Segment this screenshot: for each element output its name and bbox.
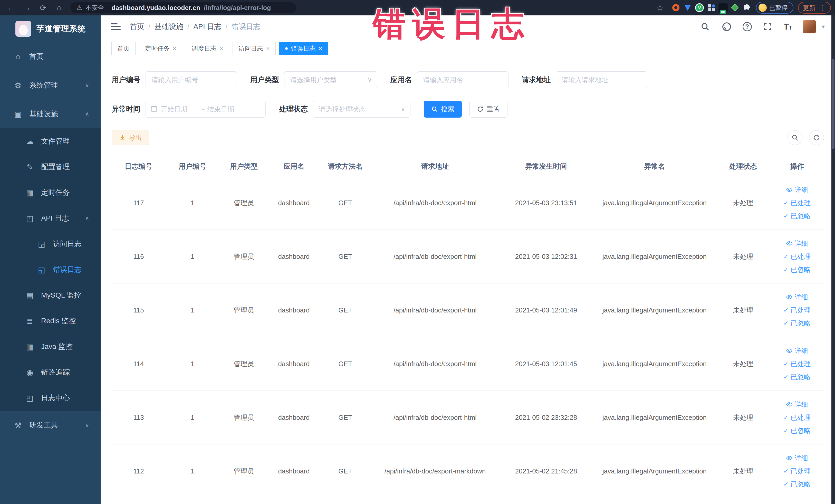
toggle-search-icon[interactable] (788, 130, 802, 145)
sidebar-item-系统管理[interactable]: ⚙系统管理∨ (0, 71, 101, 100)
font-size-icon[interactable]: TT (784, 22, 792, 32)
reset-button[interactable]: 重置 (469, 101, 507, 118)
address-bar[interactable]: ⚠ 不安全 dashboard.yudao.iocoder.cn /infra/… (70, 2, 296, 13)
action-ignored-link[interactable]: ✓已忽略 (783, 265, 811, 274)
close-icon[interactable]: × (220, 45, 223, 52)
user-id-label: 用户编号 (111, 75, 140, 85)
search-button[interactable]: 搜索 (424, 101, 462, 118)
sidebar-item-配置管理[interactable]: ✎配置管理 (0, 154, 101, 180)
fullscreen-icon[interactable] (762, 21, 773, 32)
page-scrollbar[interactable] (831, 15, 835, 504)
check-icon: ✓ (783, 306, 789, 314)
close-icon[interactable]: × (173, 45, 176, 52)
close-icon[interactable]: × (319, 45, 322, 52)
action-processed-link[interactable]: ✓已处理 (783, 360, 811, 368)
action-detail-link[interactable]: 详细 (786, 400, 808, 409)
action-processed-link[interactable]: ✓已处理 (783, 413, 811, 422)
chevron-up-icon: ∧ (85, 215, 89, 222)
start-date-input[interactable] (161, 105, 199, 113)
action-detail-link[interactable]: 详细 (786, 454, 808, 463)
chevron-down-icon[interactable]: ▾ (822, 23, 825, 30)
action-ignored-link[interactable]: ✓已忽略 (783, 372, 811, 382)
file-manage-icon: ☁ (24, 137, 36, 146)
sidebar-item-访问日志[interactable]: ◲访问日志 (0, 231, 101, 257)
sidebar-item-链路追踪[interactable]: ◉链路追踪 (0, 360, 101, 385)
app-logo (15, 21, 31, 37)
breadcrumb-item[interactable]: 首页 (130, 22, 144, 32)
end-date-input[interactable] (207, 105, 246, 113)
scrollbar-thumb[interactable] (832, 59, 834, 149)
user-id-input[interactable] (145, 72, 237, 88)
sidebar-item-label: 文件管理 (41, 136, 70, 146)
tab-首页[interactable]: 首页 (111, 42, 136, 55)
bookmark-star-icon[interactable]: ☆ (653, 2, 667, 13)
user-type-select[interactable] (284, 72, 377, 88)
tab-定时任务[interactable]: 定时任务× (139, 42, 182, 55)
action-ignored-link[interactable]: ✓已忽略 (783, 480, 811, 489)
sidebar-item-Redis-监控[interactable]: ≣Redis 监控 (0, 308, 101, 334)
extension-green-v-icon[interactable]: V (694, 3, 705, 13)
action-detail-link[interactable]: 详细 (786, 346, 808, 355)
extension-grid-icon[interactable] (706, 3, 716, 13)
sidebar-item-日志中心[interactable]: ◰日志中心 (0, 385, 101, 411)
extension-orange-icon[interactable] (671, 3, 681, 13)
date-range-picker[interactable]: - (145, 101, 266, 118)
breadcrumb-item[interactable]: 错误日志 (231, 22, 260, 32)
chrome-update-button[interactable]: 更新 ⋮ (798, 2, 831, 14)
sidebar-item-API-日志[interactable]: ◳API 日志∧ (0, 205, 101, 231)
action-detail-link[interactable]: 详细 (786, 293, 808, 302)
refresh-icon[interactable] (809, 130, 824, 145)
exception-name-cell: java.lang.IllegalArgumentException (593, 337, 716, 390)
tab-错误日志[interactable]: 错误日志× (279, 42, 328, 55)
calendar-icon (150, 105, 158, 113)
action-processed-link[interactable]: ✓已处理 (783, 252, 811, 261)
sidebar-item-Java-监控[interactable]: ▥Java 监控 (0, 334, 101, 360)
sidebar-item-首页[interactable]: ⌂首页 (0, 42, 101, 71)
extensions-puzzle-icon[interactable] (741, 3, 752, 13)
action-detail-link[interactable]: 详细 (786, 185, 808, 194)
sidebar-item-基础设施[interactable]: ▣基础设施∧ (0, 100, 101, 128)
avatar[interactable] (803, 20, 816, 33)
paused-pill[interactable]: 已暂停 (756, 2, 793, 14)
back-icon[interactable]: ← (4, 2, 19, 13)
process-status-label: 处理状态 (279, 104, 308, 114)
table-row: 1121管理员dashboardGET/api/infra/db-doc/exp… (111, 444, 824, 498)
help-icon[interactable]: ? (742, 22, 752, 31)
action-detail-link[interactable]: 详细 (786, 239, 808, 248)
tab-调度日志[interactable]: 调度日志× (186, 42, 229, 55)
sidebar-item-label: 访问日志 (53, 239, 82, 249)
home-icon[interactable]: ⌂ (52, 2, 66, 13)
sidebar-item-研发工具[interactable]: ⚒研发工具∨ (0, 411, 101, 440)
sidebar-item-MySQL-监控[interactable]: ▤MySQL 监控 (0, 282, 101, 308)
extension-shield-icon[interactable] (683, 3, 693, 13)
forward-icon[interactable]: → (20, 2, 34, 13)
action-processed-link[interactable]: ✓已处理 (783, 306, 811, 315)
tab-访问日志[interactable]: 访问日志× (232, 42, 276, 55)
action-ignored-link[interactable]: ✓已忽略 (783, 319, 811, 328)
tab-label: 首页 (117, 44, 130, 53)
app-logo-row[interactable]: 芋道管理系统 (0, 15, 101, 42)
sidebar-item-定时任务[interactable]: ▦定时任务 (0, 180, 101, 205)
close-icon[interactable]: × (266, 45, 270, 52)
action-ignored-link[interactable]: ✓已忽略 (783, 211, 811, 221)
browser-menu-icon[interactable]: ⋮ (819, 4, 826, 12)
exception-time-label: 异常时间 (111, 104, 140, 114)
github-icon[interactable] (721, 21, 732, 32)
reload-icon[interactable]: ⟳ (36, 2, 50, 13)
app-name-input[interactable] (417, 72, 509, 88)
sidebar-item-文件管理[interactable]: ☁文件管理 (0, 128, 101, 154)
sidebar-item-错误日志[interactable]: ◱错误日志 (0, 257, 101, 282)
search-icon[interactable] (699, 21, 711, 32)
breadcrumb-item[interactable]: API 日志 (194, 22, 222, 32)
request-url-input[interactable] (556, 72, 647, 88)
action-ignored-link[interactable]: ✓已忽略 (783, 426, 811, 435)
breadcrumb-item[interactable]: 基础设施 (155, 22, 183, 32)
extension-dark-on-icon[interactable]: on (718, 3, 728, 13)
collapse-sidebar-icon[interactable] (111, 22, 121, 31)
action-processed-link[interactable]: ✓已处理 (783, 467, 811, 476)
export-button[interactable]: 导出 (111, 130, 149, 145)
extension-leaf-icon[interactable] (730, 3, 740, 13)
action-processed-link[interactable]: ✓已处理 (783, 199, 811, 207)
process-status-select[interactable] (313, 101, 410, 118)
check-icon: ✓ (783, 320, 789, 327)
